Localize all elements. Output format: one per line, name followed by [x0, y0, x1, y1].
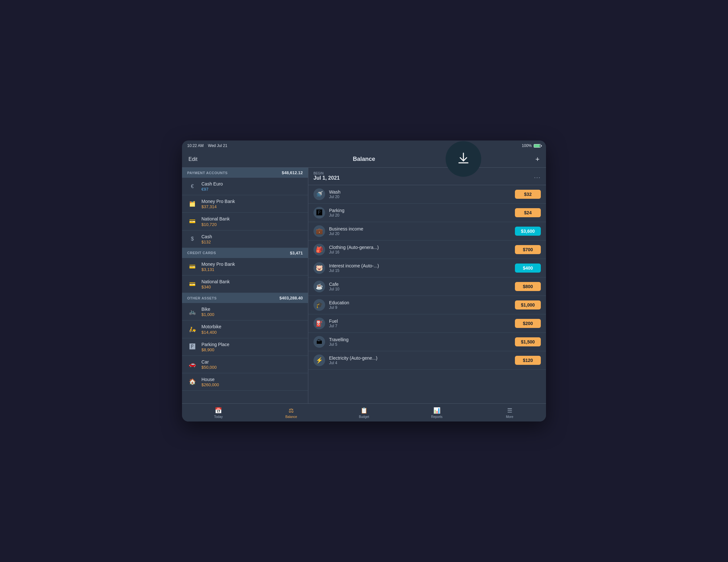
transaction-item-parking[interactable]: 🅿 Parking Jul 20 $24 [308, 204, 546, 222]
account-item-national-bank[interactable]: 💳 National Bank $10,720 [182, 213, 308, 230]
transaction-amount-business-income: $3,600 [515, 227, 541, 236]
edit-button[interactable]: Edit [188, 156, 198, 162]
account-icon-national-bank-cc: 💳 [187, 279, 198, 289]
transaction-item-education[interactable]: 🎓 Education Jul 9 $1,000 [308, 296, 546, 314]
tab-today[interactable]: 📅 Today [182, 405, 255, 420]
right-header-date-container: Begin Jul 1, 2021 [313, 172, 340, 181]
section-title-payment_accounts: PAYMENT ACCOUNTS [187, 171, 228, 175]
section-header-credit_cards: CREDIT CARDS $3,471 [182, 248, 308, 258]
transaction-info-electricity: Electricity (Auto-gene...) Jul 4 [329, 355, 515, 365]
account-name-money-pro-bank-cc: Money Pro Bank [201, 261, 303, 267]
account-icon-cash-euro: € [187, 181, 198, 192]
section-total-other_assets: $403,288.40 [279, 295, 303, 300]
battery-label: 100% [522, 143, 532, 148]
account-name-bike: Bike [201, 306, 303, 312]
transaction-date-interest-income: Jul 15 [329, 269, 515, 273]
account-icon-parking-place: 🅿 [187, 341, 198, 352]
transaction-amount-wash: $32 [515, 190, 541, 199]
tab-budget[interactable]: 📋 Budget [328, 405, 401, 420]
account-item-money-pro-bank[interactable]: 🗂️ Money Pro Bank $37,314 [182, 195, 308, 213]
account-icon-money-pro-bank-cc: 💳 [187, 261, 198, 272]
left-panel: PAYMENT ACCOUNTS $48,612.12 € Cash Euro … [182, 168, 308, 403]
transaction-info-clothing: Clothing (Auto-genera...) Jul 16 [329, 245, 515, 255]
account-balance-car: $50,000 [201, 365, 303, 370]
transactions-list: 🚿 Wash Jul 20 $32 🅿 Parking Jul 20 $24 💼… [308, 185, 546, 370]
transaction-item-wash[interactable]: 🚿 Wash Jul 20 $32 [308, 185, 546, 204]
account-balance-national-bank: $10,720 [201, 222, 303, 227]
right-panel: Begin Jul 1, 2021 ... 🚿 Wash Jul 20 $32 … [308, 168, 546, 403]
transaction-icon-travelling: 🏔 [313, 336, 325, 348]
transaction-icon-business-income: 💼 [313, 225, 325, 237]
account-info-cash-euro: Cash Euro €97 [201, 181, 303, 192]
tab-icon-today: 📅 [215, 407, 222, 414]
account-info-cash: Cash $132 [201, 234, 303, 245]
account-item-cash-euro[interactable]: € Cash Euro €97 [182, 178, 308, 195]
transaction-date-cafe: Jul 10 [329, 287, 515, 291]
add-button[interactable]: + [535, 156, 540, 163]
account-item-money-pro-bank-cc[interactable]: 💳 Money Pro Bank $3,131 [182, 258, 308, 276]
transaction-amount-interest-income: $400 [515, 264, 541, 273]
account-name-parking-place: Parking Place [201, 341, 303, 347]
transaction-item-clothing[interactable]: 🎒 Clothing (Auto-genera...) Jul 16 $700 [308, 241, 546, 259]
right-header-more-button[interactable]: ... [534, 173, 541, 180]
status-time-date: 10:22 AM Wed Jul 21 [187, 143, 227, 148]
tab-label-reports: Reports [431, 415, 442, 419]
download-icon [456, 151, 471, 167]
transaction-name-clothing: Clothing (Auto-genera...) [329, 245, 515, 250]
transaction-item-travelling[interactable]: 🏔 Travelling Jul 5 $1,500 [308, 333, 546, 351]
transaction-date-parking: Jul 20 [329, 213, 515, 218]
status-date: Wed Jul 21 [208, 143, 227, 148]
account-name-cash-euro: Cash Euro [201, 181, 303, 187]
tab-reports[interactable]: 📊 Reports [400, 405, 473, 420]
account-info-money-pro-bank: Money Pro Bank $37,314 [201, 199, 303, 209]
device-frame: 10:22 AM Wed Jul 21 100% Edit Balance + [182, 141, 546, 421]
account-item-national-bank-cc[interactable]: 💳 National Bank $340 [182, 276, 308, 293]
account-item-bike[interactable]: 🚲 Bike $1,000 [182, 303, 308, 320]
transaction-item-cafe[interactable]: ☕ Cafe Jul 10 $800 [308, 278, 546, 296]
transaction-amount-travelling: $1,500 [515, 337, 541, 346]
section-title-other_assets: OTHER ASSETS [187, 296, 217, 300]
account-info-car: Car $50,000 [201, 359, 303, 370]
account-item-house[interactable]: 🏠 House $260,000 [182, 373, 308, 391]
account-name-motorbike: Motorbike [201, 324, 303, 329]
transaction-info-travelling: Travelling Jul 5 [329, 337, 515, 347]
account-item-car[interactable]: 🚗 Car $50,000 [182, 356, 308, 373]
account-balance-money-pro-bank: $37,314 [201, 204, 303, 209]
page-title: Balance [353, 156, 375, 163]
transaction-amount-electricity: $120 [515, 356, 541, 365]
transaction-item-business-income[interactable]: 💼 Business income Jul 20 $3,600 [308, 222, 546, 241]
account-icon-national-bank: 💳 [187, 216, 198, 227]
transaction-name-cafe: Cafe [329, 281, 515, 287]
transaction-info-business-income: Business income Jul 20 [329, 226, 515, 236]
tab-balance[interactable]: ⚖ Balance [255, 405, 328, 420]
right-header: Begin Jul 1, 2021 ... [308, 168, 546, 185]
tab-icon-more: ☰ [507, 407, 512, 414]
download-button[interactable] [446, 141, 481, 177]
account-balance-cash: $132 [201, 240, 303, 245]
transaction-item-interest-income[interactable]: 🐷 Interest income (Auto-...) Jul 15 $400 [308, 259, 546, 278]
account-icon-bike: 🚲 [187, 306, 198, 317]
transaction-item-fuel[interactable]: ⛽ Fuel Jul 7 $200 [308, 314, 546, 333]
tab-icon-balance: ⚖ [289, 407, 294, 414]
transaction-date-education: Jul 9 [329, 305, 515, 310]
account-name-cash: Cash [201, 234, 303, 240]
account-info-money-pro-bank-cc: Money Pro Bank $3,131 [201, 261, 303, 272]
transaction-icon-clothing: 🎒 [313, 244, 325, 256]
account-item-cash[interactable]: $ Cash $132 [182, 231, 308, 248]
tab-more[interactable]: ☰ More [473, 405, 546, 420]
tab-label-today: Today [214, 415, 223, 419]
account-balance-house: $260,000 [201, 382, 303, 387]
transaction-amount-fuel: $200 [515, 319, 541, 328]
account-item-parking-place[interactable]: 🅿 Parking Place $8,900 [182, 338, 308, 356]
transaction-amount-clothing: $700 [515, 245, 541, 254]
account-item-motorbike[interactable]: 🛵 Motorbike $14,400 [182, 320, 308, 338]
transaction-name-interest-income: Interest income (Auto-...) [329, 263, 515, 269]
transaction-icon-parking: 🅿 [313, 207, 325, 219]
transaction-icon-fuel: ⛽ [313, 317, 325, 329]
status-bar: 10:22 AM Wed Jul 21 100% [182, 141, 546, 151]
account-info-parking-place: Parking Place $8,900 [201, 341, 303, 352]
account-name-money-pro-bank: Money Pro Bank [201, 199, 303, 204]
status-right: 100% [522, 143, 541, 148]
transaction-item-electricity[interactable]: ⚡ Electricity (Auto-gene...) Jul 4 $120 [308, 351, 546, 370]
account-icon-money-pro-bank: 🗂️ [187, 199, 198, 209]
